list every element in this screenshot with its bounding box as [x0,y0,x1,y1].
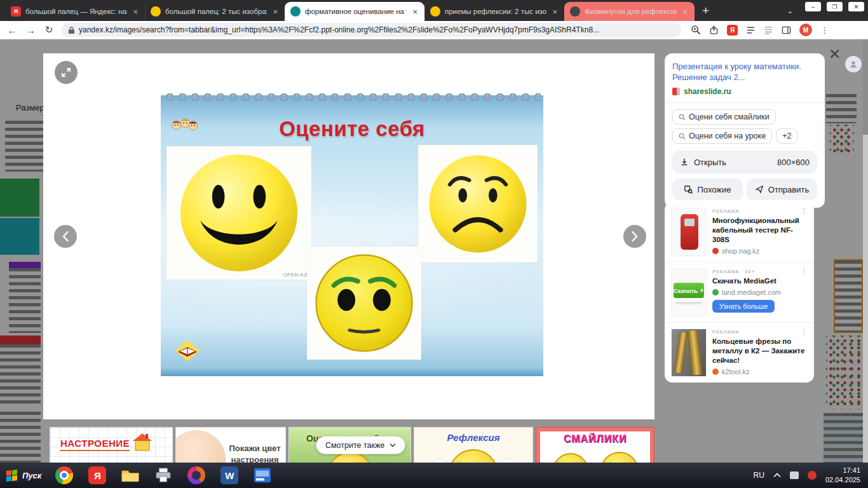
close-window-button[interactable]: ✕ [848,2,864,11]
tab-title: приемы рефлексии: 2 тыс изобр [445,8,546,15]
more-chips-chip[interactable]: +2 [776,128,797,144]
watermark-text: OPEN.KZ [283,272,308,278]
profile-avatar[interactable]: M [799,24,812,36]
search-icon [679,133,686,140]
menu-kebab-icon[interactable]: ⋮ [820,25,829,35]
browser-tab-4[interactable]: приемы рефлексии: 2 тыс изобр × [424,2,564,21]
ad-card[interactable]: Скачать РЕКЛАМА · 16+ ⋮ Скачать MediaGet… [665,262,814,322]
word-icon[interactable]: W [220,466,238,484]
tray-antivirus-icon[interactable] [808,471,817,480]
ad-site-row[interactable]: land.mediaget.com [712,288,808,296]
query-chip[interactable]: Оцени себя смайлики [672,109,776,125]
tab-search-chevron-icon[interactable]: ⌄ [787,7,793,15]
ad-product-image[interactable]: Скачать [671,268,707,316]
start-label: Пуск [22,471,41,480]
share-icon[interactable] [709,25,719,35]
ad-card[interactable]: РЕКЛАМА ⋮ Кольцевые фрезы по металлу в К… [665,322,814,383]
images-favicon-icon [430,6,440,17]
tab-close-icon[interactable]: × [551,7,559,17]
clock[interactable]: 17:41 02.04.2025 [825,466,860,485]
yandex-images-page: Размер ▾ Оцените себя [0,39,868,463]
previous-image-button[interactable] [54,225,77,248]
ad-card[interactable]: РЕКЛАМА ⋮ Многофункциональный кабельный … [665,202,814,262]
tab-close-icon[interactable]: × [681,7,689,17]
open-image-button[interactable]: Открыть 800×600 [672,151,817,173]
new-tab-button[interactable]: + [702,4,709,18]
taskbar-apps: Я W [55,466,271,484]
tab-close-icon[interactable]: × [271,7,279,17]
yandex-extension-icon[interactable]: Я [727,25,738,36]
ad-title[interactable]: Многофункциональный кабельный тестер NF-… [712,216,808,245]
side-panel-icon[interactable] [782,25,791,35]
ad-site-host: k2tool.kz [722,368,749,376]
image-search-icon[interactable] [691,25,701,35]
close-viewer-icon[interactable]: ✕ [829,47,841,62]
share-image-button[interactable]: Отправить [747,179,817,200]
start-button[interactable]: Пуск [0,463,51,488]
tab-close-icon[interactable]: × [132,7,139,17]
clock-date: 02.04.2025 [825,475,860,485]
see-also-button[interactable]: Смотрите также [316,436,405,454]
user-avatar[interactable] [845,56,862,72]
browser-app-icon[interactable] [187,466,205,484]
image-size: 800×600 [777,158,810,167]
minimize-button[interactable]: – [805,2,821,11]
page-scrollbar[interactable] [863,39,868,463]
similar-images-button[interactable]: Похожие [672,179,743,200]
related-thumbnail[interactable]: НАСТРОЕНИЕ [50,427,173,463]
ad-title[interactable]: Скачать MediaGet [712,276,808,286]
image-title-link[interactable]: Презентация к уроку математики. Решение … [672,61,817,83]
ad-menu-kebab-icon[interactable]: ⋮ [800,268,808,275]
clock-time: 17:41 [825,466,860,475]
folder-icon[interactable] [121,466,139,484]
taskbar: Пуск Я W RU 17:41 02.04.2025 [0,463,868,488]
action-buttons: Похожие Отправить [672,179,817,200]
language-indicator[interactable]: RU [754,471,764,480]
glove-hand-icon [432,458,446,463]
tray-expand-chevron-icon[interactable] [773,473,781,478]
ad-menu-kebab-icon[interactable]: ⋮ [800,329,808,336]
search-icon [679,114,686,121]
forward-icon[interactable]: → [25,25,36,36]
tray-app-icon[interactable] [790,471,799,479]
tab-close-icon[interactable]: × [411,7,419,17]
ad-product-image[interactable] [671,208,707,256]
happy-smiley-panel: OPEN.KZ [166,146,311,280]
related-thumbnail[interactable]: Покажи цвет настроения [175,427,286,463]
thumbnail-caption: СМАЙЛИКИ [536,433,654,445]
ad-site-row[interactable]: shop.nag.kz [712,247,808,255]
browser-tab-2[interactable]: большой палец: 2 тыс изображе × [145,2,285,21]
next-image-button[interactable] [623,225,646,248]
ad-site-row[interactable]: k2tool.kz [712,368,808,376]
restore-button[interactable]: ❐ [827,2,843,11]
source-row[interactable]: shareslide.ru [672,87,817,96]
scrollbar-thumb[interactable] [863,39,868,135]
address-bar[interactable]: yandex.kz/images/search?from=tabbar&img_… [62,23,681,37]
slide-image[interactable]: Оцените себя [161,95,543,376]
windows-logo-icon [6,470,17,482]
printer-icon[interactable] [154,466,172,484]
browser-tab-3-active[interactable]: формативное оценивание на ур × [285,2,424,21]
ad-site-favicon-icon [712,369,719,375]
ad-title[interactable]: Кольцевые фрезы по металлу в К2 — Закажи… [712,337,808,365]
reload-icon[interactable]: ↻ [43,24,55,36]
expand-button[interactable] [55,61,78,84]
media-app-icon[interactable] [254,466,271,484]
ad-product-image[interactable] [671,329,707,377]
browser-tab-5[interactable]: Физминутки для рефлексии × [564,2,695,21]
chevron-down-icon [390,443,396,447]
ad-menu-kebab-icon[interactable]: ⋮ [800,208,808,215]
back-icon[interactable]: ← [6,25,18,36]
reading-list-icon[interactable] [764,25,773,35]
site-favicon-icon [570,6,580,17]
yandex-browser-icon[interactable]: Я [88,466,106,484]
query-chip[interactable]: Оцени себя на уроке [672,128,772,144]
related-thumbnail[interactable]: Рефлексия [414,427,533,463]
bookmarks-list-icon[interactable] [746,25,756,35]
ad-cta-button[interactable]: Узнать больше [712,300,775,313]
expand-arrows-icon [61,67,71,78]
related-thumbnail[interactable]: СМАЙЛИКИ [536,427,654,463]
chrome-icon[interactable] [55,466,73,484]
ad-site-favicon-icon [712,289,719,295]
browser-tab-1[interactable]: Я большой палец — Яндекс: нашё × [5,2,145,21]
